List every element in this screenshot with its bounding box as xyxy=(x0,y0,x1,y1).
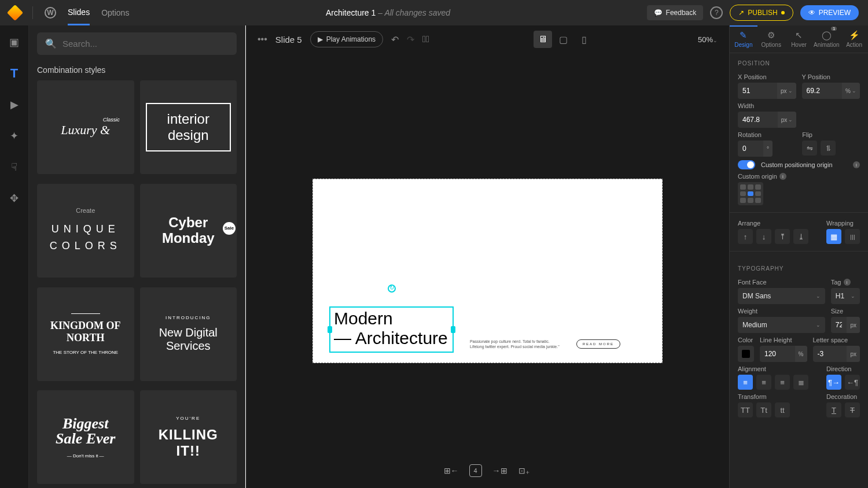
publish-button[interactable]: ↗ PUBLISH xyxy=(730,5,793,21)
width-input[interactable] xyxy=(738,112,778,128)
arrange-back-icon[interactable]: ⤓ xyxy=(793,229,808,244)
resize-handle-right[interactable] xyxy=(451,326,455,333)
panel-tab-hover[interactable]: ↖Hover xyxy=(785,25,813,53)
underline-icon[interactable]: T xyxy=(826,402,841,417)
readmore-button[interactable]: READ MORE xyxy=(576,339,620,349)
cursor-icon: ↖ xyxy=(785,30,813,40)
nav-tab-options[interactable]: Options xyxy=(101,1,129,24)
text-tool-icon[interactable]: T xyxy=(7,66,22,81)
device-desktop-icon[interactable]: 🖥 xyxy=(534,31,552,48)
slide-canvas[interactable]: Modern — Architecture Passionate pop cul… xyxy=(312,179,663,363)
undo-icon[interactable]: ↶ xyxy=(391,34,399,45)
slide-count[interactable]: 4 xyxy=(468,463,484,479)
size-input[interactable] xyxy=(831,317,847,333)
paragraph-text[interactable]: Passionate pop culture nerd. Total tv fa… xyxy=(470,339,560,349)
color-swatch[interactable] xyxy=(738,346,754,362)
panel-tab-action[interactable]: ⚡Action xyxy=(840,25,868,53)
lowercase-icon[interactable]: tt xyxy=(775,402,790,417)
app-logo-icon[interactable] xyxy=(7,5,23,21)
direction-ltr-icon[interactable]: ¶→ xyxy=(826,375,841,390)
style-card-sale[interactable]: Biggest Sale Ever — Don't miss it — xyxy=(37,390,134,484)
arrange-label: Arrange xyxy=(738,220,821,227)
tag-select[interactable]: H1⌄ xyxy=(831,288,860,304)
flip-vertical-icon[interactable]: ⥮ xyxy=(821,141,836,156)
letter-space-input[interactable] xyxy=(813,346,847,362)
feedback-button[interactable]: 💬 Feedback xyxy=(647,5,704,20)
rotation-input[interactable] xyxy=(738,141,763,157)
flip-horizontal-icon[interactable]: ⇋ xyxy=(802,141,817,156)
color-label: Color xyxy=(738,337,754,343)
search-input[interactable] xyxy=(62,39,229,49)
y-unit-select[interactable]: %⌄ xyxy=(842,83,860,99)
font-face-select[interactable]: DM Sans⌄ xyxy=(738,288,825,304)
device-tablet-icon[interactable]: ▢ xyxy=(554,31,573,48)
wrap-around-icon[interactable]: ⫼ xyxy=(845,229,860,244)
canvas-viewport[interactable]: Modern — Architecture Passionate pop cul… xyxy=(246,53,729,488)
x-position-input[interactable] xyxy=(738,83,777,99)
section-position-title: POSITION xyxy=(730,53,860,70)
duplicate-slide-icon[interactable]: ⊡₊ xyxy=(516,463,532,479)
info-icon[interactable]: i xyxy=(853,161,860,168)
origin-grid[interactable] xyxy=(738,182,763,205)
align-center-icon[interactable]: ≡ xyxy=(756,375,771,390)
add-slide-before-icon[interactable]: ⊞← xyxy=(443,463,459,479)
device-mobile-icon[interactable]: ▯ xyxy=(575,31,594,48)
image-tool-icon[interactable]: ▣ xyxy=(7,35,22,50)
style-card-luxury[interactable]: Classic Luxury & xyxy=(37,80,134,174)
wordpress-icon[interactable]: W xyxy=(45,7,56,19)
more-icon[interactable]: ••• xyxy=(258,34,267,45)
style-card-digital[interactable]: INTRODUCING New Digital Services xyxy=(140,287,237,381)
width-label: Width xyxy=(738,102,796,109)
style-card-kingdom[interactable]: KINGDOM OF NORTH THE STORY OF THE THRONE xyxy=(37,287,134,381)
style-card-unique[interactable]: Create UNIQUE COLORS xyxy=(37,184,134,278)
weight-select[interactable]: Medium⌄ xyxy=(738,317,825,333)
styles-sidebar: 🔍 Combination styles Classic Luxury & in… xyxy=(29,25,245,488)
heading-text[interactable]: Modern — Architecture xyxy=(330,308,453,350)
resize-handle-left[interactable] xyxy=(328,326,332,333)
help-icon[interactable]: ? xyxy=(710,6,723,19)
style-card-cyber[interactable]: Cyber Monday Sale xyxy=(140,184,237,278)
nav-tab-slides[interactable]: Slides xyxy=(68,1,90,25)
capitalize-icon[interactable]: Tt xyxy=(756,402,771,417)
style-card-interior[interactable]: interior design xyxy=(140,80,237,174)
visibility-icon[interactable]: 👁⃠ xyxy=(422,34,429,45)
align-left-icon[interactable]: ≡ xyxy=(738,375,753,390)
search-input-wrapper[interactable]: 🔍 xyxy=(37,32,237,55)
info-icon[interactable]: i xyxy=(844,279,851,286)
document-title[interactable]: Architecture 1 xyxy=(326,8,376,17)
preview-button[interactable]: 👁 PREVIEW xyxy=(800,5,859,20)
arrange-front-icon[interactable]: ⤒ xyxy=(775,229,790,244)
shapes-tool-icon[interactable]: ✦ xyxy=(7,128,22,143)
video-tool-icon[interactable]: ▶ xyxy=(7,97,22,112)
panel-tab-animation[interactable]: ◯1Animation xyxy=(812,25,840,53)
move-tool-icon[interactable]: ✥ xyxy=(7,191,22,206)
direction-label: Direction xyxy=(826,365,860,372)
info-icon[interactable]: i xyxy=(779,173,786,180)
arrange-backward-icon[interactable]: ↓ xyxy=(756,229,771,244)
redo-icon[interactable]: ↷ xyxy=(407,34,414,45)
align-right-icon[interactable]: ≡ xyxy=(775,375,790,390)
custom-origin-toggle[interactable] xyxy=(738,160,755,169)
add-slide-after-icon[interactable]: →⊞ xyxy=(492,463,508,479)
panel-tab-design[interactable]: ✎Design xyxy=(730,25,757,53)
wrap-none-icon[interactable]: ▦ xyxy=(826,229,841,244)
style-card-killing[interactable]: YOU'RE KILLING IT!! xyxy=(140,390,237,484)
zoom-control[interactable]: 50%⌄ xyxy=(698,35,718,44)
play-animations-button[interactable]: ▶ Play Animations xyxy=(310,31,383,47)
x-unit-select[interactable]: px⌄ xyxy=(777,83,796,99)
rotate-handle-icon[interactable] xyxy=(388,284,396,293)
y-position-input[interactable] xyxy=(802,83,843,99)
uppercase-icon[interactable]: TT xyxy=(738,402,753,417)
align-justify-icon[interactable]: ≣ xyxy=(793,375,808,390)
alignment-label: Alignment xyxy=(738,365,821,372)
panel-tab-options[interactable]: ⚙Options xyxy=(757,25,785,53)
direction-rtl-icon[interactable]: ←¶ xyxy=(845,375,860,390)
arrange-forward-icon[interactable]: ↑ xyxy=(738,229,753,244)
selected-text-element[interactable]: Modern — Architecture xyxy=(329,306,454,353)
line-height-input[interactable] xyxy=(760,346,795,362)
strikethrough-icon[interactable]: T xyxy=(845,402,860,417)
interaction-tool-icon[interactable]: ☟ xyxy=(7,160,22,175)
width-unit-select[interactable]: px⌄ xyxy=(778,112,797,128)
decoration-label: Decoration xyxy=(826,393,860,400)
bolt-icon: ⚡ xyxy=(840,30,868,40)
